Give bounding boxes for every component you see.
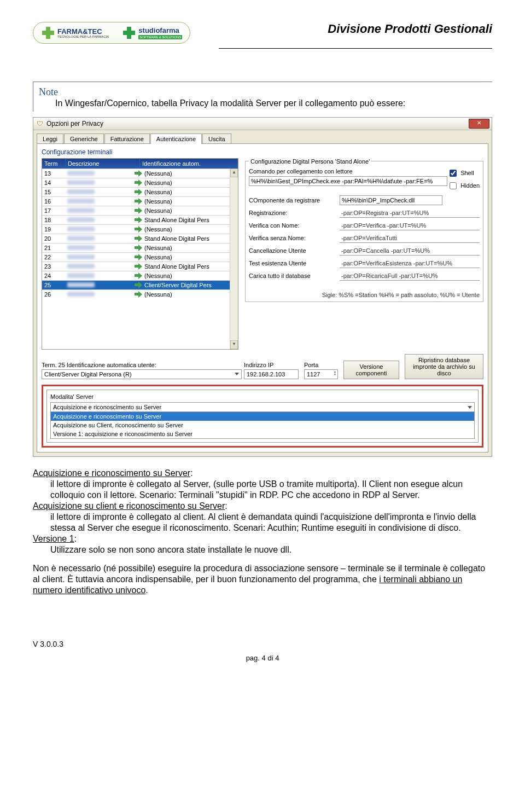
componente-input[interactable] (340, 195, 442, 205)
table-row[interactable]: 17(Nessuna) (42, 206, 230, 215)
arrow-right-icon (135, 282, 142, 288)
table-row[interactable]: 13(Nessuna) (42, 169, 230, 178)
footer: V 3.0.0.3 pag. 4 di 4 (33, 640, 492, 662)
cell-idauto: Client/Server Digital Pers (132, 281, 230, 289)
privacy-dialog: 🛡 Opzioni per Privacy ✕ LeggiGenericheFa… (33, 117, 492, 457)
cell-term: 25 (42, 281, 65, 289)
scroll-down-icon[interactable]: ▼ (230, 340, 238, 349)
table-header: Term Descrizione Identificazione autom. (42, 159, 238, 169)
table-row[interactable]: 24(Nessuna) (42, 271, 230, 280)
cell-idauto: (Nessuna) (132, 271, 230, 280)
table-row[interactable]: 14(Nessuna) (42, 178, 230, 187)
dialog-title: Opzioni per Privacy (46, 120, 103, 127)
ip-input[interactable] (244, 369, 299, 379)
cell-idauto: (Nessuna) (132, 290, 230, 299)
arrow-right-icon (135, 217, 142, 223)
v1-text: Utilizzare solo se non sono ancora state… (33, 544, 492, 555)
table-row[interactable]: 26(Nessuna) (42, 289, 230, 299)
arrow-right-icon (135, 272, 142, 279)
arrow-right-icon (135, 170, 142, 177)
division-title: Divisione Prodotti Gestionali (328, 22, 492, 36)
ripristino-button[interactable]: Ripristino database impronte da archivio… (405, 354, 483, 379)
arrow-right-icon (135, 189, 142, 195)
scrollbar[interactable]: ▲ ▼ (230, 169, 238, 349)
th-term: Term (42, 159, 66, 169)
section-title: Configurazione terminali (42, 148, 483, 156)
modalita-server-options[interactable]: Acquisizione e riconoscimento su ServerA… (50, 412, 475, 439)
shell-checkbox[interactable]: Shell (447, 168, 480, 178)
cell-term: 18 (42, 216, 65, 224)
srv-text: il lettore di impronte è collegato al Se… (33, 479, 492, 501)
cell-descr (65, 234, 132, 243)
carica-value: -par:OP=RicaricaFull -par:UT=%U% (340, 271, 480, 281)
cell-idauto: (Nessuna) (132, 188, 230, 196)
cell-idauto: (Nessuna) (132, 169, 230, 178)
tab-fatturazione[interactable]: Fatturazione (104, 134, 150, 144)
table-row[interactable]: 19(Nessuna) (42, 224, 230, 234)
cell-idauto: Stand Alone Digital Pers (132, 234, 230, 243)
arrow-right-icon (135, 198, 142, 205)
table-row[interactable]: 22(Nessuna) (42, 252, 230, 262)
porta-label: Porta (304, 362, 338, 368)
table-row[interactable]: 25Client/Server Digital Pers (42, 280, 230, 289)
cell-idauto: (Nessuna) (132, 206, 230, 215)
cell-term: 15 (42, 188, 65, 196)
cli-heading: Acquisizione su client e riconoscimento … (33, 501, 225, 511)
modalita-server-dropdown[interactable]: Acquisizione e riconoscimento su Server (50, 402, 475, 412)
identification-dropdown[interactable]: Client/Server Digital Persona (R) (42, 369, 242, 379)
cell-descr (65, 253, 132, 262)
server-mode-option[interactable]: Acquisizione su Client, riconoscimento s… (51, 421, 474, 430)
cell-term: 20 (42, 234, 65, 243)
cell-idauto: (Nessuna) (132, 178, 230, 187)
table-row[interactable]: 18Stand Alone Digital Pers (42, 215, 230, 224)
arrow-right-icon (135, 226, 142, 233)
cell-term: 14 (42, 178, 65, 187)
table-row[interactable]: 20Stand Alone Digital Pers (42, 234, 230, 243)
cell-descr (65, 169, 132, 178)
tab-autenticazione[interactable]: Autenticazione (150, 134, 202, 144)
table-row[interactable]: 21(Nessuna) (42, 243, 230, 252)
porta-spinner[interactable]: 1127 (304, 369, 338, 379)
table-row[interactable]: 23Stand Alone Digital Pers (42, 262, 230, 271)
final-paragraph: Non è necessario (né possibile) eseguire… (33, 563, 492, 596)
arrow-right-icon (135, 179, 142, 186)
cell-idauto: (Nessuna) (132, 243, 230, 252)
cell-term: 24 (42, 271, 65, 280)
cmd-input[interactable] (249, 176, 447, 186)
server-mode-option[interactable]: Versione 1: acquisizione e riconosciment… (51, 430, 474, 438)
hidden-checkbox[interactable]: Hidden (447, 181, 480, 191)
table-row[interactable]: 15(Nessuna) (42, 187, 230, 196)
cell-term: 17 (42, 206, 65, 215)
arrow-right-icon (135, 254, 142, 260)
tab-uscita[interactable]: Uscita (202, 134, 231, 144)
versione-componenti-button[interactable]: Versione componenti (343, 361, 399, 379)
arrow-right-icon (135, 207, 142, 214)
cli-text: il lettore di impronte è collegato al cl… (33, 512, 492, 533)
ip-label: Indirizzo IP (244, 362, 299, 368)
cell-descr (65, 243, 132, 252)
table-rows: 13(Nessuna)14(Nessuna)15(Nessuna)16(Ness… (42, 169, 230, 349)
th-descr: Descrizione (66, 159, 140, 169)
verifica-nome-label: Verifica con Nome: (249, 222, 336, 229)
dialog-titlebar: 🛡 Opzioni per Privacy ✕ (33, 118, 492, 130)
scroll-up-icon[interactable]: ▲ (230, 169, 238, 177)
v1-heading: Versione 1 (33, 534, 74, 543)
cell-descr (65, 197, 132, 206)
verifica-senza-label: Verifica senza Nome: (249, 235, 336, 241)
tab-generiche[interactable]: Generiche (64, 134, 104, 144)
logo-farmatec: FARMA&TEC TECNOLOGIE PER LA FARMACIA (41, 26, 109, 40)
arrow-right-icon (135, 245, 142, 251)
body-text: Acquisizione e riconoscimento su Server:… (33, 468, 492, 596)
cell-term: 16 (42, 197, 65, 206)
registrazione-label: Registrazione: (249, 210, 336, 216)
note-title: Note (39, 86, 487, 98)
tab-leggi[interactable]: Leggi (37, 134, 63, 144)
tab-panel-autenticazione: Configurazione terminali Term Descrizion… (37, 143, 488, 453)
table-row[interactable]: 16(Nessuna) (42, 196, 230, 206)
server-mode-option[interactable]: Acquisizione e riconoscimento su Server (51, 412, 474, 421)
cell-descr (65, 178, 132, 187)
arrow-right-icon (135, 291, 142, 298)
digital-persona-group: Configurazione Digital Persona 'Stand Al… (245, 158, 483, 302)
cell-descr (65, 225, 132, 234)
close-button[interactable]: ✕ (469, 119, 489, 129)
